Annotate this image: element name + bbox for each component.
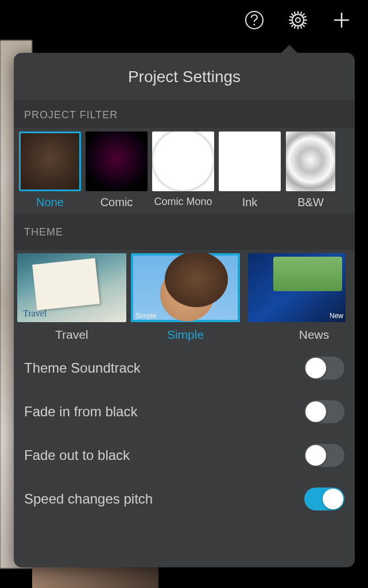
svg-line-18 — [304, 17, 306, 17]
svg-line-9 — [303, 25, 304, 26]
top-toolbar — [0, 0, 368, 40]
svg-line-8 — [292, 14, 293, 16]
filter-item-ink[interactable]: Ink — [218, 131, 281, 209]
theme-label: News — [299, 328, 330, 342]
filter-item-comic[interactable]: Comic — [85, 131, 148, 209]
svg-line-11 — [292, 25, 293, 26]
svg-line-17 — [290, 23, 292, 24]
popover-title: Project Settings — [14, 53, 355, 100]
filter-label: Comic Mono — [154, 196, 212, 208]
filter-item-comic-mono[interactable]: Comic Mono — [152, 131, 215, 209]
theme-thumb — [131, 253, 240, 322]
setting-fade-out: Fade out to black — [24, 434, 344, 477]
filter-label: Comic — [100, 196, 133, 209]
filter-item-bw[interactable]: B&W — [285, 131, 336, 209]
setting-theme-soundtrack: Theme Soundtrack — [24, 346, 344, 390]
background-photo-bottom — [32, 567, 158, 588]
theme-strip[interactable]: Travel Simple News — [14, 250, 355, 342]
svg-line-19 — [304, 23, 306, 24]
toggle-theme-soundtrack[interactable] — [304, 357, 344, 380]
theme-section-header: THEME — [14, 214, 355, 250]
filter-item-none[interactable]: None — [18, 131, 82, 209]
svg-line-13 — [301, 12, 301, 14]
setting-label: Fade in from black — [24, 404, 137, 420]
svg-line-15 — [301, 26, 301, 28]
theme-item-simple[interactable]: Simple — [131, 253, 240, 342]
help-icon[interactable] — [244, 10, 265, 30]
svg-point-3 — [296, 18, 300, 22]
filter-strip[interactable]: None Comic Comic Mono Ink B&W — [14, 128, 355, 211]
setting-label: Theme Soundtrack — [24, 360, 141, 376]
project-settings-popover: Project Settings PROJECT FILTER None Com… — [14, 53, 355, 567]
svg-line-14 — [295, 26, 295, 28]
theme-item-travel[interactable]: Travel — [17, 253, 126, 342]
settings-list: Theme Soundtrack Fade in from black Fade… — [14, 342, 355, 521]
setting-label: Speed changes pitch — [24, 491, 153, 507]
filter-thumb — [19, 131, 81, 191]
setting-fade-in: Fade in from black — [24, 390, 344, 434]
toggle-speed-pitch[interactable] — [304, 488, 344, 510]
toggle-fade-in[interactable] — [304, 400, 344, 423]
svg-line-12 — [295, 12, 295, 14]
filter-thumb — [286, 131, 335, 191]
theme-label: Travel — [55, 328, 88, 342]
svg-point-2 — [292, 14, 304, 26]
toggle-fade-out[interactable] — [304, 444, 344, 467]
filter-label: None — [36, 196, 64, 209]
filter-thumb — [219, 131, 281, 191]
filter-label: Ink — [242, 196, 258, 209]
svg-point-1 — [254, 24, 255, 26]
theme-thumb — [248, 253, 346, 322]
setting-speed-pitch: Speed changes pitch — [24, 477, 344, 521]
gear-icon[interactable] — [288, 10, 308, 30]
setting-label: Fade out to black — [24, 447, 130, 463]
svg-line-16 — [290, 17, 292, 17]
svg-line-10 — [303, 14, 304, 16]
theme-label: Simple — [167, 328, 204, 342]
filter-thumb — [152, 131, 214, 191]
theme-item-news[interactable]: News — [245, 253, 346, 342]
add-icon[interactable] — [331, 10, 352, 30]
filter-section-header: PROJECT FILTER — [14, 100, 355, 128]
filter-label: B&W — [297, 196, 324, 209]
theme-thumb — [17, 253, 126, 322]
filter-thumb — [86, 131, 148, 191]
